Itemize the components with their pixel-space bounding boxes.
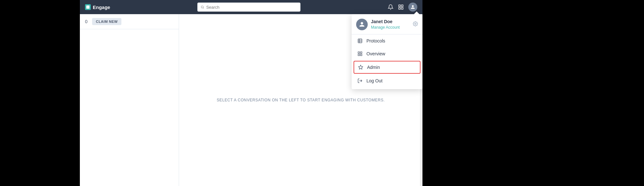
- brand-icon-inner: [86, 5, 90, 9]
- svg-rect-13: [358, 54, 360, 56]
- svg-rect-7: [358, 39, 362, 43]
- left-panel-header: 0 CLAIM NEW: [80, 14, 179, 29]
- search-input[interactable]: [206, 5, 297, 10]
- protocols-label: Protocols: [366, 38, 385, 43]
- admin-icon: [357, 64, 364, 70]
- left-panel: 0 CLAIM NEW: [80, 14, 179, 186]
- user-avatar-button[interactable]: [408, 3, 417, 12]
- brand-logo[interactable]: Engage: [85, 4, 110, 10]
- grid-icon[interactable]: [398, 4, 404, 10]
- svg-rect-12: [360, 52, 362, 53]
- navbar-actions: [388, 3, 417, 12]
- navbar: Engage: [80, 0, 422, 14]
- svg-rect-4: [399, 8, 400, 9]
- svg-rect-2: [399, 5, 400, 6]
- notification-bell-icon[interactable]: [388, 4, 393, 10]
- logout-icon: [357, 78, 363, 84]
- overview-label: Overview: [366, 51, 385, 56]
- dropdown-settings-icon[interactable]: [413, 21, 418, 28]
- search-icon: [201, 5, 204, 9]
- svg-rect-14: [360, 54, 362, 56]
- svg-line-1: [203, 8, 204, 8]
- svg-rect-3: [402, 5, 403, 6]
- conversation-count: 0: [85, 19, 88, 24]
- svg-rect-11: [358, 52, 360, 53]
- brand-name: Engage: [93, 5, 110, 10]
- dropdown-item-logout[interactable]: Log Out: [352, 74, 422, 87]
- search-bar[interactable]: [197, 3, 300, 12]
- dropdown-item-overview[interactable]: Overview: [352, 47, 422, 60]
- dropdown-item-protocols[interactable]: Protocols: [352, 34, 422, 47]
- claim-new-button[interactable]: CLAIM NEW: [92, 18, 122, 25]
- svg-point-0: [201, 6, 204, 8]
- protocols-icon: [357, 38, 363, 44]
- logout-label: Log Out: [366, 78, 383, 83]
- brand-icon: [85, 4, 91, 10]
- dropdown-username: Janet Doe: [371, 19, 410, 24]
- admin-label: Admin: [367, 65, 380, 70]
- svg-point-6: [415, 23, 416, 24]
- svg-rect-5: [402, 8, 403, 9]
- dropdown-header: Janet Doe Manage Account: [352, 14, 422, 34]
- empty-state-message: SELECT A CONVERSATION ON THE LEFT TO STA…: [217, 98, 385, 102]
- user-dropdown-menu: Janet Doe Manage Account Protocols: [352, 14, 422, 89]
- manage-account-link[interactable]: Manage Account: [371, 25, 400, 30]
- search-container: [110, 3, 388, 12]
- dropdown-item-admin[interactable]: Admin: [354, 61, 421, 74]
- dropdown-user-info: Janet Doe Manage Account: [371, 19, 410, 30]
- overview-icon: [357, 51, 363, 57]
- dropdown-avatar: [356, 19, 368, 30]
